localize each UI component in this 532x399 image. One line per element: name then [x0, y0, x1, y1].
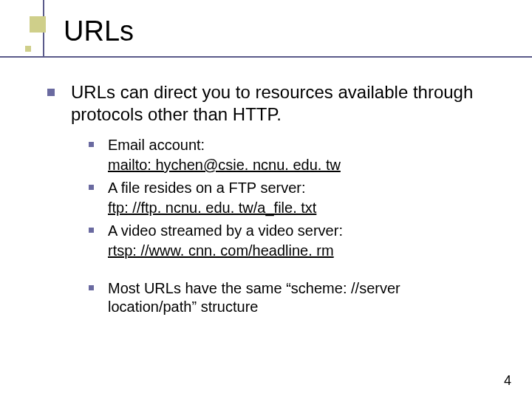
square-bullet-icon	[47, 89, 55, 96]
slide-body: URLs can direct you to resources availab…	[44, 81, 488, 328]
slide-number: 4	[504, 373, 511, 389]
bullet-level2-group: Email account: mailto: hychen@csie. ncnu…	[86, 136, 488, 316]
item-label: Email account:	[108, 137, 205, 153]
list-item: A file resides on a FTP server:	[86, 179, 488, 197]
list-item: Most URLs have the same “scheme: //serve…	[86, 279, 488, 316]
intro-text: URLs can direct you to resources availab…	[71, 82, 473, 124]
item-link[interactable]: ftp: //ftp. ncnu. edu. tw/a_file. txt	[86, 199, 488, 217]
square-bullet-icon	[89, 142, 94, 147]
square-bullet-icon	[89, 185, 94, 190]
deco-square-large	[30, 16, 46, 33]
spacer	[86, 265, 488, 279]
square-bullet-icon	[89, 285, 94, 290]
slide-title: URLs	[64, 16, 134, 47]
item-label: A video streamed by a video server:	[108, 222, 343, 239]
deco-square-small	[25, 46, 31, 52]
item-link[interactable]: rtsp: //www. cnn. com/headline. rm	[86, 242, 488, 260]
list-item: Email account:	[86, 136, 488, 154]
item-link[interactable]: mailto: hychen@csie. ncnu. edu. tw	[86, 156, 488, 174]
note-text: Most URLs have the same “scheme: //serve…	[108, 280, 400, 315]
deco-line-horizontal	[0, 56, 532, 58]
bullet-level1: URLs can direct you to resources availab…	[44, 81, 488, 316]
item-label: A file resides on a FTP server:	[108, 180, 306, 196]
slide: URLs URLs can direct you to resources av…	[0, 0, 532, 399]
list-item: A video streamed by a video server:	[86, 222, 488, 240]
square-bullet-icon	[89, 228, 94, 233]
